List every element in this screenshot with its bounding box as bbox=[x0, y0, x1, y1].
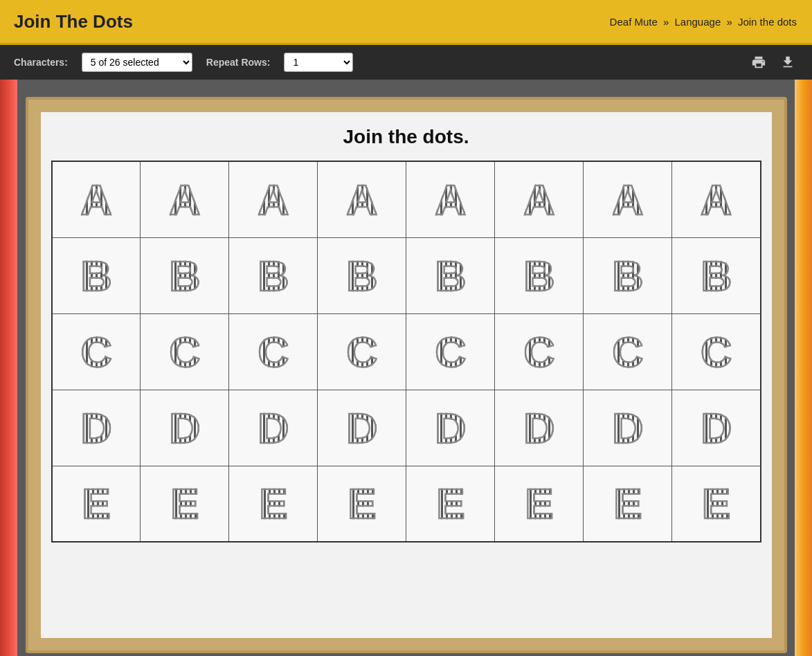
print-button[interactable] bbox=[748, 52, 769, 73]
letter-row-3: DDDDDDDD bbox=[52, 390, 761, 466]
letter-cell-inner: E bbox=[495, 466, 583, 542]
dotted-letter: B bbox=[81, 251, 111, 300]
dotted-letter: C bbox=[701, 327, 731, 376]
dotted-letter: B bbox=[613, 251, 643, 300]
letter-cell-inner: E bbox=[53, 466, 141, 542]
letter-cell-inner: B bbox=[495, 238, 583, 313]
letter-cell-inner: B bbox=[141, 238, 228, 313]
dotted-letter: D bbox=[524, 403, 554, 453]
dotted-letter: A bbox=[701, 175, 731, 224]
letter-cell-inner: D bbox=[229, 390, 317, 466]
letter-cell-inner: B bbox=[406, 238, 494, 313]
pencil-decoration-left bbox=[0, 80, 17, 656]
dotted-letter: C bbox=[170, 327, 200, 376]
worksheet: Join the dots. AAAAAAAABBBBBBBBCCCCCCCCD… bbox=[41, 112, 772, 638]
letter-cell: D bbox=[495, 390, 584, 466]
letter-cell-inner: A bbox=[53, 162, 141, 237]
breadcrumb-deaf-mute: Deaf Mute bbox=[610, 16, 658, 28]
letter-cell-inner: D bbox=[53, 390, 141, 466]
print-icon bbox=[751, 55, 766, 70]
repeat-rows-label: Repeat Rows: bbox=[206, 57, 271, 68]
dotted-letter: E bbox=[702, 479, 730, 528]
dotted-letter: D bbox=[81, 403, 111, 453]
letter-cell-inner: B bbox=[318, 238, 406, 313]
dotted-letter: E bbox=[259, 479, 287, 528]
letter-cell: C bbox=[318, 313, 406, 390]
letter-cell: A bbox=[672, 161, 761, 237]
dotted-letter: D bbox=[347, 403, 377, 453]
letter-cell: D bbox=[52, 390, 141, 466]
breadcrumb-chevron-1: » bbox=[663, 16, 669, 28]
breadcrumb-current: Join the dots bbox=[738, 16, 797, 28]
dotted-letter: C bbox=[258, 327, 289, 376]
dotted-letter: A bbox=[170, 175, 200, 224]
letter-cell: D bbox=[584, 390, 672, 466]
letter-cell: A bbox=[318, 161, 406, 237]
dotted-letter: B bbox=[701, 251, 731, 300]
dotted-letter: E bbox=[436, 479, 464, 528]
letter-cell: C bbox=[584, 313, 672, 390]
letter-cell: A bbox=[52, 161, 141, 237]
letter-cell-inner: A bbox=[229, 162, 317, 237]
letter-cell-inner: D bbox=[495, 390, 583, 466]
letter-cell-inner: D bbox=[141, 390, 228, 466]
repeat-rows-select[interactable]: 1 2 3 4 5 bbox=[284, 53, 353, 72]
letter-cell-inner: A bbox=[672, 162, 760, 237]
dotted-letter: D bbox=[435, 403, 466, 453]
letter-cell-inner: D bbox=[672, 390, 760, 466]
dotted-letter: A bbox=[524, 175, 554, 224]
breadcrumb: Deaf Mute » Language » Join the dots bbox=[608, 16, 798, 28]
letter-cell: D bbox=[318, 390, 406, 466]
download-button[interactable] bbox=[777, 52, 798, 73]
letter-cell: E bbox=[495, 466, 584, 542]
dotted-letter: E bbox=[170, 479, 198, 528]
letter-cell-inner: D bbox=[584, 390, 671, 466]
main-area: Join the dots. AAAAAAAABBBBBBBBCCCCCCCCD… bbox=[0, 80, 812, 656]
letter-cell: C bbox=[141, 313, 229, 390]
characters-select[interactable]: 5 of 26 selected bbox=[82, 53, 192, 72]
toolbar-actions bbox=[748, 52, 798, 73]
breadcrumb-chevron-2: » bbox=[726, 16, 732, 28]
letter-cell-inner: E bbox=[406, 466, 494, 542]
letter-cell-inner: C bbox=[672, 314, 760, 390]
letter-cell: A bbox=[406, 161, 495, 237]
dotted-letter: C bbox=[81, 327, 111, 376]
dotted-letter: A bbox=[435, 175, 466, 224]
dotted-letter: B bbox=[347, 251, 377, 300]
letter-cell-inner: C bbox=[318, 314, 406, 390]
letter-cell-inner: A bbox=[318, 162, 406, 237]
toolbar: Characters: 5 of 26 selected Repeat Rows… bbox=[0, 45, 812, 80]
letter-cell: B bbox=[229, 237, 318, 313]
characters-label: Characters: bbox=[14, 57, 68, 68]
header: Join The Dots Deaf Mute » Language » Joi… bbox=[0, 0, 812, 45]
letter-row-0: AAAAAAAA bbox=[52, 161, 761, 237]
letter-cell-inner: B bbox=[53, 238, 141, 313]
dotted-letter: E bbox=[348, 479, 375, 528]
dotted-letter: C bbox=[613, 327, 643, 376]
dotted-letter: B bbox=[170, 251, 200, 300]
letter-cell-inner: C bbox=[584, 314, 671, 390]
letter-cell: E bbox=[672, 466, 761, 542]
letter-cell: B bbox=[672, 237, 761, 313]
dotted-letter: D bbox=[170, 403, 200, 453]
letter-cell: E bbox=[584, 466, 672, 542]
worksheet-frame: Join the dots. AAAAAAAABBBBBBBBCCCCCCCCD… bbox=[26, 97, 787, 653]
app-title: Join The Dots bbox=[14, 11, 133, 33]
letter-cell-inner: C bbox=[229, 314, 317, 390]
dotted-letter: B bbox=[435, 251, 466, 300]
dotted-letter: B bbox=[258, 251, 289, 300]
letter-cell: C bbox=[52, 313, 141, 390]
letter-cell: C bbox=[672, 313, 761, 390]
letter-cell: E bbox=[141, 466, 229, 542]
letter-cell-inner: E bbox=[672, 466, 760, 542]
letter-cell: E bbox=[229, 466, 318, 542]
dotted-letter: B bbox=[524, 251, 554, 300]
letter-cell: C bbox=[495, 313, 584, 390]
letter-cell-inner: B bbox=[229, 238, 317, 313]
letter-cell-inner: E bbox=[584, 466, 671, 542]
dotted-letter: A bbox=[347, 175, 377, 224]
letter-cell-inner: E bbox=[229, 466, 317, 542]
download-icon bbox=[780, 55, 795, 70]
letter-cell-inner: A bbox=[406, 162, 494, 237]
letter-cell: B bbox=[318, 237, 406, 313]
